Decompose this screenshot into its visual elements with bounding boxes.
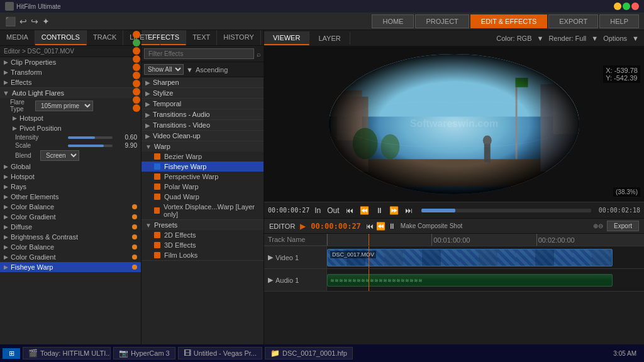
flare-type-select[interactable]: 105mm prime [35, 101, 93, 111]
nav-tab-home[interactable]: HOME [372, 14, 414, 28]
effect-item-bezier-warp[interactable]: Bezier Warp [142, 151, 264, 162]
tab-media[interactable]: MEDIA [0, 30, 35, 45]
prop-color-gradient-2[interactable]: ▶ Color Gradient [0, 252, 141, 262]
taskbar-item-vegas[interactable]: 🎞 Untitled - Vegas Pr... [178, 347, 262, 359]
tab-track[interactable]: TRACK [87, 30, 123, 45]
prop-auto-light-flares[interactable]: ▼ Auto Light Flares [0, 87, 141, 98]
tab-controls[interactable]: CONTROLS [35, 30, 87, 45]
editor-play-icon[interactable]: ▶ [300, 222, 306, 231]
prop-brightness-contrast[interactable]: ▶ Brightness & Contrast [0, 232, 141, 242]
export-button[interactable]: Export [607, 221, 639, 231]
prop-hotspot[interactable]: ▶ Hotspot [0, 113, 141, 123]
main-container: MEDIA CONTROLS TRACK LIFET... Editor > D… [0, 30, 644, 362]
effect-item-film-looks[interactable]: Film Looks [142, 250, 264, 260]
side-btn-6[interactable] [133, 72, 140, 79]
play-pause-button[interactable]: ⏸ [374, 206, 384, 215]
effect-item-vortex-warp[interactable]: Vortex Displace...Warp [Layer only] [142, 202, 264, 219]
make-composite-label[interactable]: Make Composite Shot [401, 222, 462, 229]
play-end-button[interactable]: ⏭ [404, 206, 414, 215]
intensity-slider[interactable] [68, 136, 113, 139]
chevron-down-icon[interactable]: ▼ [536, 35, 543, 42]
side-btn-8[interactable] [133, 88, 140, 96]
nav-tab-export[interactable]: EXPORT [548, 14, 598, 28]
chevron-down-icon-2[interactable]: ▼ [591, 35, 598, 42]
prop-color-gradient-1[interactable]: ▶ Color Gradient [0, 212, 141, 222]
side-btn-1[interactable] [133, 31, 140, 38]
audio-clip[interactable]: ≋≋≋≋≋≋≋≋≋≋≋≋≋≋≋≋≋≋≋≋≋ [327, 274, 613, 287]
side-btn-2[interactable] [133, 39, 140, 47]
prop-global[interactable]: ▶ Global [0, 162, 141, 172]
prop-transform[interactable]: ▶ Transform [0, 67, 141, 77]
viewer-timeline-scrub[interactable] [421, 209, 591, 212]
tab-viewer[interactable]: VIEWER [264, 31, 309, 45]
nav-icon-4[interactable]: ✦ [42, 16, 50, 26]
video-clip[interactable]: DSC_0017.MOV [327, 249, 613, 266]
effects-group-header-trans-video[interactable]: ▶ Transitions - Video [142, 120, 264, 130]
side-btn-5[interactable] [133, 63, 140, 71]
prop-color-balance-2[interactable]: ▶ Color Balance [0, 242, 141, 252]
taskbar-item-hitfilm[interactable]: 🎬 Today: HITFILM ULTI... [23, 347, 111, 359]
prop-effects[interactable]: ▶ Effects [0, 77, 141, 87]
scale-slider[interactable] [68, 145, 113, 147]
viewer-canvas[interactable]: Softwareswin.com X: -539.78 Y: -542.39 (… [264, 47, 644, 202]
track-content-audio1[interactable]: ≋≋≋≋≋≋≋≋≋≋≋≋≋≋≋≋≋≋≋≋≋ [327, 269, 644, 291]
taskbar-item-hypercam[interactable]: 📷 HyperCam 3 [113, 347, 175, 359]
minimize-button[interactable] [614, 3, 621, 10]
tab-lifet[interactable]: LIFET... [123, 30, 160, 45]
nav-tab-project[interactable]: PROJECT [415, 14, 469, 28]
tab-history[interactable]: HISTORY [217, 30, 261, 45]
editor-ctrl-3[interactable]: ⏸ [388, 222, 396, 231]
tab-text[interactable]: TEXT [186, 30, 217, 45]
prop-hotspot2[interactable]: ▶ Hotspot [0, 172, 141, 182]
nav-tab-edit-effects[interactable]: EDIT & EFFECTS [470, 14, 547, 28]
effects-group-header-trans-audio[interactable]: ▶ Transitions - Audio [142, 109, 264, 119]
nav-icon-3[interactable]: ↪ [31, 16, 38, 26]
effects-search-input[interactable] [144, 48, 254, 59]
effect-item-polar-warp[interactable]: Polar Warp [142, 182, 264, 192]
side-btn-4[interactable] [133, 55, 140, 63]
prop-rays[interactable]: ▶ Rays [0, 182, 141, 192]
effects-group-header-sharpen[interactable]: ▶ Sharpen [142, 77, 264, 87]
taskbar-item-project[interactable]: 📁 DSC_0017_0001.hfp [265, 347, 353, 359]
effect-item-fisheye-warp[interactable]: Fisheye Warp [142, 162, 264, 172]
play-forward-button[interactable]: ⏩ [388, 206, 400, 215]
prop-diffuse[interactable]: ▶ Diffuse [0, 222, 141, 232]
close-button[interactable] [631, 3, 639, 10]
blend-select[interactable]: Screen [40, 150, 79, 161]
effects-group-header-video-cleanup[interactable]: ▶ Video Clean-up [142, 131, 264, 141]
effect-item-quad-warp[interactable]: Quad Warp [142, 192, 264, 202]
effects-group-header-temporal[interactable]: ▶ Temporal [142, 99, 264, 109]
prop-clip-properties[interactable]: ▶ Clip Properties [0, 57, 141, 67]
playhead[interactable] [369, 234, 369, 246]
side-btn-10[interactable] [133, 104, 140, 112]
chevron-down-icon-3[interactable]: ▼ [632, 35, 639, 42]
expand-icon[interactable]: ▶ [268, 253, 273, 261]
expand-icon[interactable]: ▶ [268, 276, 273, 284]
prop-color-balance-1[interactable]: ▶ Color Balance [0, 202, 141, 212]
start-button[interactable]: ⊞ [3, 348, 20, 359]
prop-fisheye-warp[interactable]: ▶ Fisheye Warp [0, 262, 141, 272]
nav-tab-help[interactable]: HELP [599, 14, 639, 28]
editor-ctrl-1[interactable]: ⏮ [366, 222, 374, 231]
effect-item-perspective-warp[interactable]: Perspective Warp [142, 172, 264, 182]
ruler-track[interactable]: 00:01:00:00 00:02:00:00 [327, 234, 644, 246]
prop-other-elements[interactable]: ▶ Other Elements [0, 192, 141, 202]
tab-layer[interactable]: LAYER [309, 32, 350, 45]
play-back-button[interactable]: ⏪ [358, 206, 370, 215]
play-start-button[interactable]: ⏮ [345, 206, 355, 215]
track-content-video1[interactable]: DSC_0017.MOV [327, 246, 644, 268]
side-btn-7[interactable] [133, 80, 140, 87]
effect-item-2d-effects[interactable]: 2D Effects [142, 230, 264, 240]
effects-filter-select[interactable]: Show All [144, 64, 184, 75]
maximize-button[interactable] [623, 3, 630, 10]
editor-ctrl-2[interactable]: ⏪ [376, 222, 386, 231]
nav-icon-1[interactable]: ⬛ [5, 16, 16, 26]
effects-group-header-presets[interactable]: ▼ Presets [142, 220, 264, 230]
nav-icon-2[interactable]: ↩ [19, 16, 27, 26]
effects-group-header-warp[interactable]: ▼ Warp [142, 141, 264, 151]
side-btn-3[interactable] [133, 47, 140, 55]
side-btn-9[interactable] [133, 96, 140, 104]
effect-item-3d-effects[interactable]: 3D Effects [142, 240, 264, 250]
effects-group-header-stylize[interactable]: ▶ Stylize [142, 88, 264, 98]
prop-pivot[interactable]: ▶ Pivot Position [0, 123, 141, 133]
